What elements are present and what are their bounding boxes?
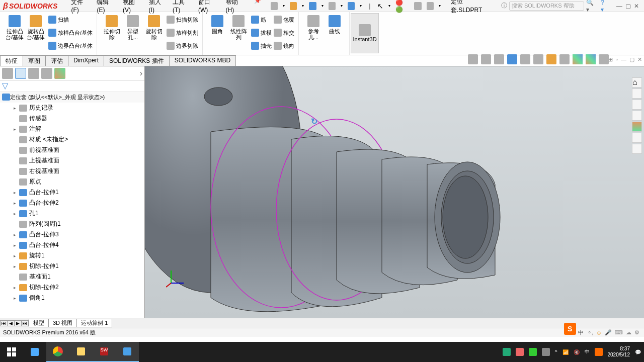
view-palette-icon[interactable] <box>632 122 642 132</box>
pane-close-icon[interactable]: ✕ <box>637 56 642 63</box>
hole-wizard-button[interactable]: 异型孔... <box>122 14 143 40</box>
property-manager-icon[interactable] <box>15 68 26 79</box>
status-keyboard-icon[interactable]: ⌨ <box>615 329 623 336</box>
dropdown-icon[interactable]: ▾ <box>283 4 285 8</box>
dropdown-icon[interactable]: ▾ <box>302 4 304 8</box>
select-icon[interactable]: ↖ <box>377 2 383 10</box>
cut-extrude-button[interactable]: 拉伸切除 <box>101 14 122 40</box>
resources-icon[interactable] <box>632 88 642 99</box>
tab-motion[interactable]: 运动算例 1 <box>76 319 112 327</box>
tree-item-right-plane[interactable]: 右视基准面 <box>0 166 144 176</box>
appearances-icon[interactable] <box>632 133 642 143</box>
wrap-button[interactable]: 包覆 <box>274 14 294 25</box>
loft-button[interactable]: 放样凸台/基体 <box>48 27 93 38</box>
custom-props-icon[interactable] <box>632 144 642 154</box>
rebuild-icon[interactable] <box>414 2 421 10</box>
cut-boundary-button[interactable]: 边界切除 <box>167 40 198 51</box>
pane-max-icon[interactable]: ▢ <box>629 56 634 63</box>
edit-appearance-icon[interactable] <box>559 54 570 64</box>
render-tools-icon[interactable] <box>599 54 609 64</box>
new-icon[interactable] <box>271 2 278 10</box>
display-style-icon[interactable] <box>533 54 543 64</box>
configuration-icon[interactable] <box>28 68 39 79</box>
tab-feature[interactable]: 特征 <box>0 55 23 66</box>
cut-revolve-button[interactable]: 旋转切除 <box>143 14 165 40</box>
minimize-icon[interactable]: — <box>616 3 622 10</box>
panel-collapse-icon[interactable]: › <box>140 69 142 78</box>
tree-item-extrude4[interactable]: ▸凸台-拉伸4 <box>0 240 144 250</box>
tree-item-sensors[interactable]: 传感器 <box>0 113 144 124</box>
dimxpert-manager-icon[interactable] <box>41 68 52 79</box>
dropdown-icon[interactable]: ▾ <box>388 4 390 8</box>
rib-button[interactable]: 筋 <box>251 14 272 25</box>
zoom-fit-icon[interactable] <box>468 54 478 64</box>
pattern-button[interactable]: 线性阵列 <box>228 14 249 40</box>
tree-item-extrude2[interactable]: ▸凸台-拉伸2 <box>0 198 144 208</box>
ime-indicator[interactable]: 中 <box>578 329 584 336</box>
tree-item-revolve1[interactable]: ▸旋转1 <box>0 250 144 261</box>
search-input[interactable]: 搜索 SOLIDWORKS 帮助 <box>509 2 584 11</box>
boundary-button[interactable]: 边界凸台/基体 <box>48 40 93 51</box>
first-icon[interactable]: ⏮ <box>1 321 8 326</box>
status-smiley-icon[interactable]: ☺ <box>596 330 602 336</box>
instant3d-button[interactable]: Instant3D <box>351 13 379 53</box>
tree-item-extrude3[interactable]: ▸凸台-拉伸3 <box>0 229 144 240</box>
chrome-button[interactable] <box>46 342 69 362</box>
tree-item-annotations[interactable]: ▸注解 <box>0 124 144 134</box>
pane-split-icon[interactable]: ⊞ <box>608 56 613 63</box>
help-icon[interactable]: ? ▾ <box>601 0 608 13</box>
tree-item-cut2[interactable]: ▸切除-拉伸2 <box>0 282 144 293</box>
tab-evaluate[interactable]: 评估 <box>45 55 68 66</box>
tab-model[interactable]: 模型 <box>29 319 49 327</box>
tree-item-history[interactable]: ▸历史记录 <box>0 103 144 113</box>
app-button[interactable] <box>116 342 139 362</box>
print-icon[interactable] <box>329 2 336 10</box>
volume-icon[interactable]: 🔇 <box>574 349 580 355</box>
tree-item-extrude1[interactable]: ▸凸台-拉伸1 <box>0 187 144 198</box>
maximize-icon[interactable]: ▢ <box>625 3 631 10</box>
dropdown-icon[interactable]: ▾ <box>341 4 343 8</box>
tab-3dview[interactable]: 3D 视图 <box>48 319 77 327</box>
prev-icon[interactable]: ◀ <box>8 321 15 326</box>
hide-show-icon[interactable] <box>546 54 556 64</box>
clock[interactable]: 8:37 2020/5/12 <box>608 346 630 358</box>
tab-mbd[interactable]: SOLIDWORKS MBD <box>169 55 236 66</box>
tray-app4-icon[interactable] <box>542 348 550 356</box>
ref-geometry-button[interactable]: 参考几... <box>303 14 324 40</box>
display-manager-icon[interactable] <box>54 68 65 79</box>
pane-view-icon[interactable]: ▫ <box>616 56 618 63</box>
wifi-icon[interactable]: 📶 <box>562 349 569 355</box>
last-icon[interactable]: ⏭ <box>22 321 29 326</box>
undo-icon[interactable] <box>348 2 355 10</box>
shell-button[interactable]: 抽壳 <box>251 40 272 51</box>
traffic-light-icon[interactable]: 🔴🟢 <box>395 0 409 13</box>
view-settings-icon[interactable] <box>586 54 596 64</box>
draft-button[interactable]: 拔模 <box>251 27 272 38</box>
tray-app2-icon[interactable] <box>516 348 524 356</box>
taskview-button[interactable] <box>23 342 46 362</box>
tray-app1-icon[interactable] <box>503 348 511 356</box>
apply-scene-icon[interactable] <box>573 54 583 64</box>
dropdown-icon[interactable]: ▾ <box>321 4 324 8</box>
view-orientation-icon[interactable] <box>520 54 530 64</box>
info-icon[interactable]: ⓘ <box>501 2 507 10</box>
home-icon[interactable]: ⌂ <box>632 77 642 87</box>
open-icon[interactable] <box>290 2 297 10</box>
curves-button[interactable]: 曲线 <box>324 14 345 34</box>
search-icon[interactable]: 🔍▾ <box>586 0 596 13</box>
start-button[interactable] <box>0 342 23 362</box>
tree-item-origin[interactable]: 原点 <box>0 176 144 187</box>
options-icon[interactable] <box>427 2 434 10</box>
cut-sweep-button[interactable]: 扫描切除 <box>167 14 198 25</box>
tree-filter[interactable]: ▽ <box>0 80 144 92</box>
tab-sketch[interactable]: 草图 <box>23 55 46 66</box>
feature-tree-icon[interactable] <box>2 68 13 79</box>
dropdown-icon[interactable]: ▾ <box>360 4 362 8</box>
explorer-button[interactable] <box>69 342 93 362</box>
tree-item-hole1[interactable]: ▸孔1 <box>0 208 144 219</box>
tree-item-material[interactable]: 材质 <未指定> <box>0 134 144 145</box>
section-view-icon[interactable] <box>507 54 517 64</box>
tray-up-icon[interactable]: ^ <box>555 349 557 355</box>
tree-item-chamfer1[interactable]: ▸倒角1 <box>0 293 144 303</box>
save-icon[interactable] <box>309 2 316 10</box>
